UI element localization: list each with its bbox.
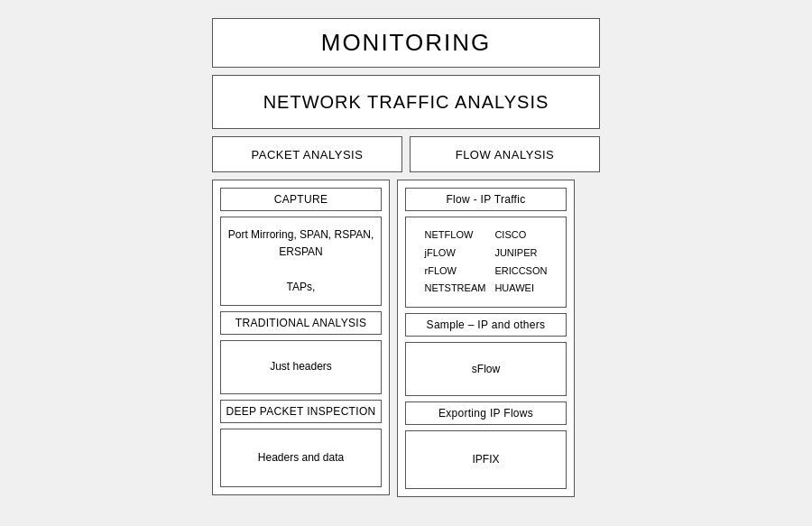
monitoring-title: MONITORING [321, 29, 492, 57]
flow-analysis-label: FLOW ANALYSIS [456, 148, 555, 161]
main-container: MONITORING NETWORK TRAFFIC ANALYSIS PACK… [18, 9, 794, 506]
flow-brands: NETFLOW jFLOW rFLOW NETSTREAM CISCO JUNI… [425, 226, 548, 298]
ipfix-text: IPFIX [472, 451, 499, 468]
capture-text: Port Mirroring, SPAN, RSPAN, ERSPANTAPs, [226, 226, 375, 296]
ipfix-content: IPFIX [405, 430, 567, 489]
exporting-label: Exporting IP Flows [405, 401, 567, 425]
flow-brand-left: NETFLOW jFLOW rFLOW NETSTREAM [425, 226, 486, 298]
headers-data-text: Headers and data [258, 449, 344, 466]
flow-brand-right: CISCO JUNIPER ERICCSON HUAWEI [494, 226, 547, 298]
left-column: CAPTURE Port Mirroring, SPAN, RSPAN, ERS… [212, 180, 390, 495]
netflow-text: NETFLOW [425, 226, 486, 245]
headers-data-content: Headers and data [220, 429, 382, 487]
sflow-content: sFlow [405, 342, 567, 396]
ericsson-text: ERICCSON [494, 263, 547, 281]
nta-label: NETWORK TRAFFIC ANALYSIS [263, 92, 549, 113]
packet-analysis-box: PACKET ANALYSIS [212, 136, 402, 172]
columns-content: CAPTURE Port Mirroring, SPAN, RSPAN, ERS… [212, 180, 600, 497]
jflow-text: jFLOW [425, 245, 486, 263]
two-col-header: PACKET ANALYSIS FLOW ANALYSIS [212, 136, 600, 172]
capture-label: CAPTURE [220, 188, 382, 211]
capture-content: Port Mirroring, SPAN, RSPAN, ERSPANTAPs, [220, 217, 382, 306]
traditional-label: TRADITIONAL ANALYSIS [220, 311, 382, 335]
sample-label: Sample – IP and others [405, 313, 567, 337]
juniper-text: JUNIPER [494, 245, 547, 263]
flow-analysis-box: FLOW ANALYSIS [410, 136, 600, 172]
just-headers-content: Just headers [220, 340, 382, 394]
packet-analysis-label: PACKET ANALYSIS [252, 148, 364, 161]
flow-ip-content: NETFLOW jFLOW rFLOW NETSTREAM CISCO JUNI… [405, 217, 567, 308]
flow-ip-label: Flow - IP Traffic [405, 188, 567, 211]
dpi-label: DEEP PACKET INSPECTION [220, 400, 382, 423]
nta-box: NETWORK TRAFFIC ANALYSIS [212, 75, 600, 129]
netstream-text: NETSTREAM [425, 280, 486, 298]
sflow-text: sFlow [472, 361, 500, 378]
rflow-text: rFLOW [425, 263, 486, 281]
monitoring-title-box: MONITORING [212, 18, 600, 68]
right-column: Flow - IP Traffic NETFLOW jFLOW rFLOW NE… [397, 180, 575, 497]
huawei-text: HUAWEI [494, 280, 547, 298]
just-headers-text: Just headers [270, 358, 332, 375]
cisco-text: CISCO [494, 226, 547, 245]
